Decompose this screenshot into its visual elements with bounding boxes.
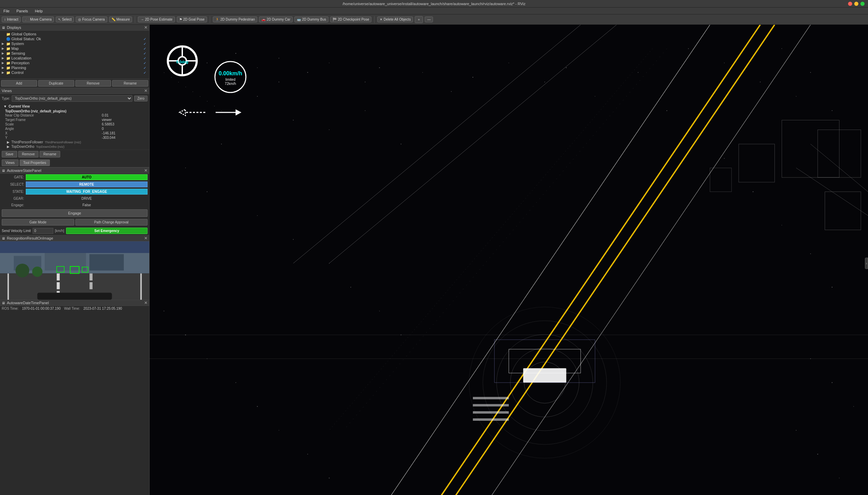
svg-point-94 [688,130,689,130]
velocity-input[interactable] [33,228,53,234]
views-controls: Type: TopDownOrtho (rviz_default_plugins… [0,94,149,103]
datetime-header: 🖥 AutowareDateTimePanel ✕ [0,300,149,306]
maximize-button[interactable] [860,2,865,6]
zero-button[interactable]: Zero [134,96,148,101]
tree-item-global-options[interactable]: 📁 Global Options [0,32,149,36]
svg-text:0.00km/h: 0.00km/h [219,70,242,76]
tree-item-planning[interactable]: ▶ 📁 Planning ✓ [0,65,149,70]
tree-item-global-status[interactable]: 🔵 Global Status: Ok ✓ [0,36,149,41]
gate-row: GATE: AUTO [0,174,149,181]
close-button[interactable] [848,2,852,6]
menu-help[interactable]: Help [33,8,44,14]
save-view-button[interactable]: Save [2,151,17,157]
viewport[interactable]: 0.0deg 0.00km/h limited 72km/h [150,25,868,495]
svg-point-111 [796,430,796,431]
path-change-button[interactable]: Path Change Approval [75,219,148,226]
more-tools-button[interactable]: ＋ [415,16,423,23]
dummy-bus-icon: 🚌 [297,18,301,21]
svg-point-41 [782,48,782,49]
svg-point-83 [365,82,366,82]
views-header: Views ✕ [0,88,149,94]
svg-rect-11 [8,274,9,300]
views-type-select[interactable]: TopDownOrtho (rviz_default_plugins) [12,95,132,102]
svg-point-42 [810,72,811,73]
measure-button[interactable]: 📏 Measure [109,16,132,22]
emergency-button[interactable]: Set Emergency [66,228,148,234]
svg-rect-18 [37,293,112,300]
dummy-car-icon: 🚗 [261,18,265,21]
svg-point-34 [379,311,380,311]
right-collapse-button[interactable]: › [865,258,868,269]
menu-file[interactable]: File [2,8,11,14]
tree-item-sensing[interactable]: ▶ 📁 Sensing ✓ [0,51,149,56]
views-close-btn[interactable]: ✕ [144,89,148,93]
velocity-unit: [km/h] [55,229,64,233]
duplicate-display-button[interactable]: Duplicate [38,80,74,87]
svg-point-30 [257,215,258,216]
velocity-label: Send Velocity Limit [2,229,31,233]
move-camera-button[interactable]: 🎥 Move Camera [22,16,54,22]
extra-button[interactable]: — [425,16,433,22]
minimize-button[interactable] [854,2,858,6]
engage-row: Engage: False [0,202,149,208]
svg-point-86 [451,91,452,92]
rename-view-button[interactable]: Rename [40,151,60,157]
gate-path-row: Gate Mode Path Change Approval [0,218,149,227]
displays-title: Displays [7,25,21,30]
delete-all-button[interactable]: ✕ Delete All Objects [377,16,413,22]
rename-display-button[interactable]: Rename [112,80,148,87]
dummy-car-button[interactable]: 🚗 2D Dummy Car [259,16,293,22]
select-value: REMOTE [26,182,148,187]
tree-item-control[interactable]: ▶ 📁 Control ✓ [0,70,149,75]
table-row: Near Clip Distance0.01 [2,113,148,118]
remove-display-button[interactable]: Remove [75,80,111,87]
menu-panels[interactable]: Panels [15,8,30,14]
autoware-state-close-btn[interactable]: ✕ [144,168,148,173]
dummy-bus-button[interactable]: 🚌 2D Dummy Bus [294,16,328,22]
focus-icon: ◎ [78,18,81,21]
svg-point-24 [329,130,329,130]
views-type-label: Type: [2,97,10,100]
view-entry-third-person[interactable]: ▶ ThirdPersonFollower ThirdPersonFollowe… [2,140,148,144]
pose-estimate-button[interactable]: → 2D Pose Estimate [138,16,175,22]
current-view-section: ▼ Current View TopDownOrtho (rviz_defaul… [0,103,149,150]
datetime-icon: 🖥 [2,301,5,305]
remove-view-button[interactable]: Remove [18,151,39,157]
tree-item-perception[interactable]: ▶ 📁 Perception ✓ [0,60,149,65]
recognition-close-btn[interactable]: ✕ [144,236,148,240]
displays-footer: Add Duplicate Remove Rename [0,79,149,88]
speed-display-overlay: 0.00km/h limited 72km/h [210,61,251,94]
focus-camera-button[interactable]: ◎ Focus Camera [76,16,107,22]
tool-properties-tab[interactable]: Tool Properties [20,160,50,166]
gate-mode-button[interactable]: Gate Mode [2,219,74,226]
svg-point-91 [595,96,595,97]
datetime-close-btn[interactable]: ✕ [144,301,148,305]
left-panel: 🖥 Displays ✕ 📁 Global Options 🔵 [0,25,150,495]
views-title: Views [2,89,12,93]
ros-time-value: 1970-01-01 00:00:37.190 [22,307,61,310]
view-entry-topdown[interactable]: ▶ TopDownOrtho TopDownOrtho (rviz) [2,144,148,149]
goal-pose-button[interactable]: ⚑ 2D Goal Pose [177,16,207,22]
toolbar: ↕ Interact 🎥 Move Camera ↖ Select ◎ Focu… [0,14,868,25]
views-tab[interactable]: Views [2,160,19,166]
engage-button[interactable]: Engage [2,209,148,217]
interact-button[interactable]: ↕ Interact [2,16,21,22]
svg-point-80 [279,58,279,58]
displays-close-btn[interactable]: ✕ [144,25,148,30]
tree-item-localization[interactable]: ▶ 📁 Localization ✓ [0,56,149,60]
checkpoint-button[interactable]: 🏁 2D Checkpoint Pose [330,16,371,22]
select-button[interactable]: ↖ Select [56,16,74,22]
tree-item-system[interactable]: ▶ 📁 System ✓ [0,41,149,46]
svg-point-81 [307,72,308,73]
displays-icon: 🖥 [2,26,5,30]
dummy-ped-button[interactable]: 🚶 2D Dummy Pedestrian [213,16,258,22]
dummy-ped-icon: 🚶 [215,18,219,21]
svg-rect-7 [57,282,60,289]
svg-rect-44 [171,77,172,78]
map-view [150,25,868,495]
tree-item-map[interactable]: ▶ 📁 Map ✓ [0,46,149,51]
add-display-button[interactable]: Add [1,80,37,87]
table-row: Angle0 [2,126,148,131]
svg-text:limited: limited [226,78,236,81]
svg-rect-73 [473,418,509,421]
